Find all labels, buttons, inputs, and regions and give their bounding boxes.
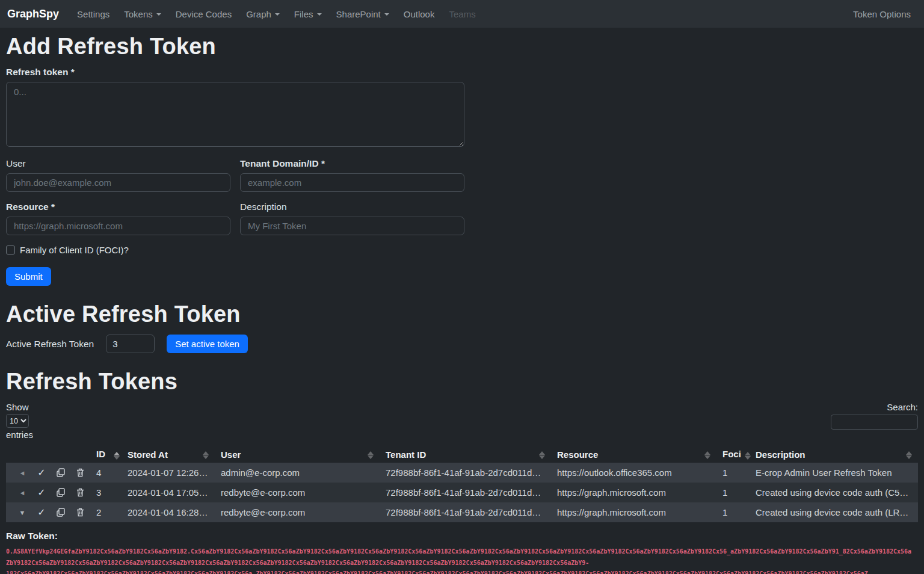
- raw-token-text: 182Cx56aZbY9182Cx56aZbY9182Cx56aZbY9182C…: [6, 569, 918, 574]
- refresh-token-textarea[interactable]: [6, 82, 464, 147]
- page-title-active-refresh-token: Active Refresh Token: [6, 301, 918, 327]
- add-refresh-token-form: Refresh token * User Tenant Domain/ID * …: [6, 67, 464, 286]
- nav-item-teams: Teams: [443, 4, 481, 24]
- column-header-description[interactable]: Description: [750, 446, 918, 463]
- copy-icon[interactable]: [57, 468, 65, 477]
- table-length-control: Show 10 entries: [6, 402, 33, 440]
- column-header-foci[interactable]: Foci: [716, 446, 750, 463]
- app-brand[interactable]: GraphSpy: [7, 8, 59, 20]
- raw-token-text: 0.AS8AYEfVkp24GEGfaZbY9182Cx56aZbY9182Cx…: [6, 546, 918, 558]
- resource-field[interactable]: [6, 217, 230, 235]
- nav-item-sharepoint[interactable]: SharePoint: [330, 4, 395, 24]
- nav-item-token-options[interactable]: Token Options: [847, 4, 917, 24]
- column-header-tenant-id[interactable]: Tenant ID: [380, 446, 551, 463]
- table-row: ◄ ✓ 4 2024-01-07 12:26:46 admin@e-corp.c…: [6, 463, 918, 483]
- resource-label: Resource *: [6, 202, 230, 212]
- column-header-user[interactable]: User: [215, 446, 380, 463]
- column-header-actions: [6, 446, 90, 463]
- set-active-token-button[interactable]: Set active token: [167, 335, 248, 353]
- collapse-row-icon[interactable]: ▼: [18, 509, 26, 516]
- table-row: ◄ ✓ 3 2024-01-04 17:05:20 redbyte@e-corp…: [6, 483, 918, 502]
- nav-item-device-codes[interactable]: Device Codes: [170, 4, 238, 24]
- column-header-id[interactable]: ID: [90, 446, 122, 463]
- show-label: Show: [6, 402, 33, 412]
- active-token-label: Active Refresh Token: [6, 339, 94, 350]
- sort-icon: [704, 451, 710, 459]
- refresh-tokens-table: ID Stored At User Tenant ID Resource Foc…: [6, 446, 918, 522]
- raw-token-label: Raw Token:: [6, 531, 918, 542]
- description-field[interactable]: [240, 217, 464, 235]
- nav-item-tokens[interactable]: Tokens: [118, 4, 167, 24]
- delete-icon[interactable]: [76, 488, 84, 497]
- active-token-input[interactable]: [106, 335, 155, 353]
- nav-items: Settings Tokens Device Codes Graph Files…: [71, 4, 847, 24]
- entries-label: entries: [6, 430, 33, 440]
- search-label: Search:: [887, 402, 918, 412]
- chevron-down-icon: [317, 13, 322, 16]
- chevron-down-icon: [384, 13, 389, 16]
- page-title-add-refresh-token: Add Refresh Token: [6, 34, 918, 60]
- chevron-down-icon: [275, 13, 280, 16]
- copy-icon[interactable]: [57, 508, 65, 517]
- expand-row-icon[interactable]: ◄: [18, 489, 26, 496]
- set-active-icon[interactable]: ✓: [37, 467, 46, 478]
- user-label: User: [6, 158, 230, 169]
- nav-item-outlook[interactable]: Outlook: [398, 4, 441, 24]
- copy-icon[interactable]: [57, 488, 65, 497]
- description-label: Description: [240, 202, 464, 212]
- sort-icon: [114, 452, 120, 460]
- sort-icon: [203, 451, 209, 459]
- nav-item-settings[interactable]: Settings: [71, 4, 116, 24]
- foci-label: Family of Client ID (FOCI)?: [20, 245, 129, 255]
- nav-item-files[interactable]: Files: [288, 4, 328, 24]
- delete-icon[interactable]: [76, 468, 84, 477]
- set-active-icon[interactable]: ✓: [37, 507, 46, 518]
- navbar: GraphSpy Settings Tokens Device Codes Gr…: [0, 0, 924, 28]
- main-content: Add Refresh Token Refresh token * User T…: [0, 28, 924, 574]
- column-header-resource[interactable]: Resource: [551, 446, 716, 463]
- table-header-row: ID Stored At User Tenant ID Resource Foc…: [6, 446, 918, 463]
- raw-token-section: Raw Token: 0.AS8AYEfVkp24GEGfaZbY9182Cx5…: [6, 531, 918, 574]
- sort-icon: [539, 451, 545, 459]
- sort-icon: [368, 451, 374, 459]
- tenant-field[interactable]: [240, 173, 464, 192]
- sort-icon: [906, 451, 912, 459]
- set-active-icon[interactable]: ✓: [37, 487, 46, 498]
- table-search-control: Search:: [831, 402, 918, 430]
- page-size-select[interactable]: 10: [6, 414, 29, 428]
- column-header-stored-at[interactable]: Stored At: [122, 446, 215, 463]
- table-row: ▼ ✓ 2 2024-01-04 16:28:38 redbyte@e-corp…: [6, 502, 918, 522]
- delete-icon[interactable]: [76, 508, 84, 517]
- expand-row-icon[interactable]: ◄: [18, 469, 26, 477]
- chevron-down-icon: [156, 13, 161, 16]
- page-title-refresh-tokens: Refresh Tokens: [6, 369, 918, 395]
- nav-item-graph[interactable]: Graph: [240, 4, 286, 24]
- submit-button[interactable]: Submit: [6, 267, 51, 286]
- refresh-token-label: Refresh token *: [6, 67, 464, 78]
- raw-token-text: ZbY9182Cx56aZbY9182Cx56aZbY9182Cx56aZbY9…: [6, 558, 918, 569]
- foci-checkbox[interactable]: [6, 245, 15, 255]
- tenant-label: Tenant Domain/ID *: [240, 158, 464, 169]
- search-input[interactable]: [831, 415, 918, 430]
- user-field[interactable]: [6, 173, 230, 192]
